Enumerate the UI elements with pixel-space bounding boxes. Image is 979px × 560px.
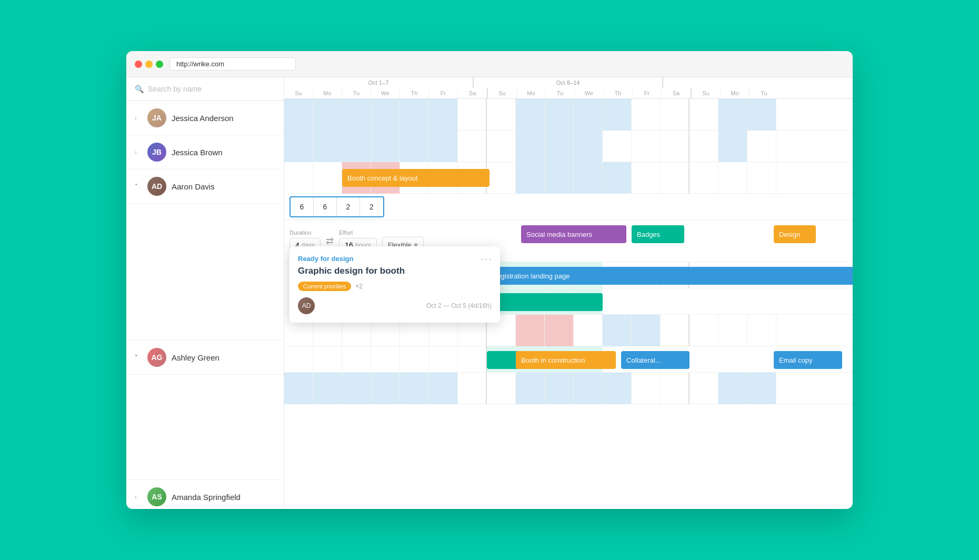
row-aaron-numboxes: 6 6 2 2	[284, 194, 853, 220]
cell-as-fr1	[429, 373, 458, 404]
row-ashley-teal: Booth in construction Collateral... Emai…	[284, 346, 853, 373]
cell-ja-mo2	[516, 99, 545, 131]
popup-tag: Current priorities	[298, 282, 351, 291]
popup-status: Ready for design	[298, 255, 492, 263]
bar-booth-construction[interactable]: Booth in construction	[516, 351, 616, 369]
cell-ag-tu2	[545, 315, 574, 346]
day-we-1: We	[371, 88, 400, 98]
browser-dots	[135, 61, 163, 68]
cell-as-su2	[487, 373, 516, 404]
week1-days: Su Mo Tu We Th Fr Sa	[284, 88, 488, 98]
number-boxes: 6 6 2 2	[289, 196, 384, 217]
main-area: 🔍 Search by name › JA Jessica Anderson ›…	[126, 77, 853, 509]
sidebar-item-aaron-davis[interactable]: ˅ AD Aaron Davis	[126, 169, 284, 204]
popup-more-button[interactable]: ···	[481, 253, 493, 265]
bar-registration[interactable]: Registration landing page	[487, 267, 853, 285]
search-input-wrapper: 🔍 Search by name	[135, 85, 275, 93]
row-jessica-anderson	[284, 99, 853, 131]
search-placeholder[interactable]: Search by name	[148, 85, 202, 93]
day-we-2: We	[575, 88, 604, 98]
cell-ad-su1	[284, 162, 313, 194]
person-name-aaron-davis: Aaron Davis	[172, 182, 215, 191]
bar-collateral[interactable]: Collateral...	[621, 351, 690, 369]
cell-ag-mo2	[516, 315, 545, 346]
exchange-icon: ⇄	[326, 235, 334, 247]
popup-tags-row: Current priorities +2	[298, 282, 492, 291]
chevron-right-icon-amanda: ›	[135, 494, 142, 500]
cell-ja-we2	[574, 99, 603, 131]
num-box-3[interactable]: 2	[337, 197, 360, 216]
day-tu-3: Tu	[750, 88, 778, 98]
row-amanda-springfield	[284, 373, 853, 404]
sidebar-item-jessica-anderson[interactable]: › JA Jessica Anderson	[126, 101, 284, 135]
bar-design-label: Design	[779, 231, 800, 238]
sidebar-item-jessica-brown[interactable]: › JB Jessica Brown	[126, 135, 284, 169]
cell-jb-su2	[487, 131, 516, 162]
bar-email-copy[interactable]: Email copy	[774, 351, 842, 369]
day-sa-1: Sa	[458, 88, 487, 98]
cell-ad-we2	[574, 162, 603, 194]
num-box-1[interactable]: 6	[291, 197, 314, 216]
cell-ag-su3	[690, 315, 718, 346]
cell-ja-th2	[603, 99, 632, 131]
cell-ja-mo1	[313, 99, 342, 131]
sidebar-item-amanda-springfield[interactable]: › AS Amanda Springfield	[126, 480, 284, 509]
cell-as-sa2	[661, 373, 690, 404]
cell-jb-th2	[603, 131, 632, 162]
bar-badges[interactable]: Badges	[632, 225, 684, 243]
sidebar-item-ashley-green[interactable]: ˅ AG Ashley Green	[126, 341, 284, 375]
cell-ad-tu2	[545, 162, 574, 194]
day-su-2: Su	[488, 88, 517, 98]
bar-teal-extra[interactable]	[487, 293, 603, 311]
cell-ja-su1	[284, 99, 313, 131]
task-popup: Ready for design Graphic design for boot…	[289, 246, 500, 323]
cell-as-mo2	[516, 373, 545, 404]
num-box-2[interactable]: 6	[314, 197, 337, 216]
minimize-dot[interactable]	[145, 61, 153, 68]
cell-as-th1	[400, 373, 429, 404]
cell-as-tu1	[342, 373, 371, 404]
calendar-body: Booth concept & layout 6 6 2 2	[284, 99, 853, 404]
cell-jb-fr2	[632, 131, 661, 162]
day-headers-row: Su Mo Tu We Th Fr Sa Su Mo Tu We Th	[284, 88, 853, 98]
cell-jb-we2	[574, 131, 603, 162]
cell-ag-tu3	[747, 315, 776, 346]
cell-jb-mo2	[516, 131, 545, 162]
bar-booth-concept[interactable]: Booth concept & layout	[342, 169, 490, 187]
url-bar[interactable]: http://wrike.com	[169, 57, 296, 71]
cell-jb-su1	[284, 131, 313, 162]
cell-ja-mo3	[718, 99, 747, 131]
cell-as-tu2	[545, 373, 574, 404]
chevron-down-icon-ashley: ˅	[135, 354, 142, 361]
cell-ag-sa2	[661, 315, 690, 346]
cell-ad-mo3	[718, 162, 747, 194]
cell-ad-su2	[487, 162, 516, 194]
day-fr-1: Fr	[429, 88, 458, 98]
cell-jb-mo3	[718, 131, 747, 162]
cell-ag-mo3	[718, 315, 747, 346]
cell-jb-tu3	[747, 131, 776, 162]
close-dot[interactable]	[135, 61, 142, 68]
cell-jb-tu1	[342, 131, 371, 162]
cell-as-we2	[574, 373, 603, 404]
week2-days: Su Mo Tu We Th Fr Sa	[488, 88, 692, 98]
popup-title: Graphic design for booth	[298, 266, 492, 276]
day-mo-3: Mo	[721, 88, 750, 98]
avatar-aaron-davis: AD	[147, 177, 166, 196]
cell-ad-th2	[603, 162, 632, 194]
week-label-2: Oct 8–14	[474, 77, 663, 88]
cell-ad-tu3	[747, 162, 776, 194]
maximize-dot[interactable]	[156, 61, 163, 68]
cell-ja-sa1	[458, 99, 487, 131]
cell-as-mo1	[313, 373, 342, 404]
aaron-davis-expanded-rows	[126, 204, 284, 341]
cell-ag-th2	[603, 315, 632, 346]
num-box-4[interactable]: 2	[360, 197, 383, 216]
bar-email-copy-label: Email copy	[779, 356, 813, 364]
bar-design[interactable]: Design	[774, 225, 816, 243]
person-list: › JA Jessica Anderson › JB Jessica Brown…	[126, 101, 284, 509]
browser-bar: http://wrike.com	[126, 51, 853, 77]
day-mo-2: Mo	[517, 88, 546, 98]
person-name-amanda-springfield: Amanda Springfield	[172, 493, 241, 502]
bar-social-media[interactable]: Social media banners	[521, 225, 626, 243]
